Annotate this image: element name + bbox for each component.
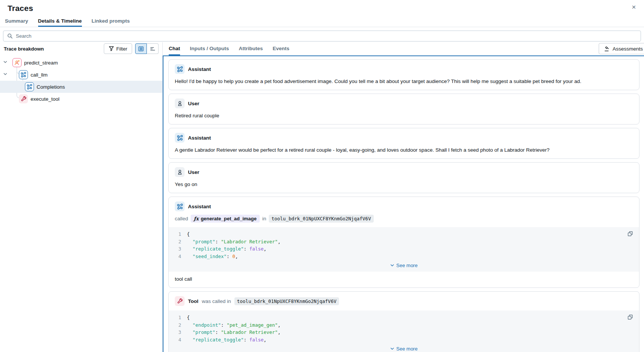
message-text: A gentle Labrador Retriever would be per… (169, 143, 639, 158)
role-label: User (188, 169, 199, 175)
assessments-label: Assessments (613, 46, 643, 52)
tab-inputs-outputs[interactable]: Inputs / Outputs (190, 42, 229, 55)
chat-message-tool: Tool was called in toolu_bdrk_01NpUXCF8Y… (168, 291, 639, 352)
tree-item-label: call_llm (31, 72, 48, 78)
tree-item-label: Completions (37, 84, 65, 90)
tab-attributes[interactable]: Attributes (239, 42, 263, 55)
wrench-icon (175, 296, 185, 306)
chat-message-user: User Retired rural couple (168, 94, 639, 125)
role-label: Assistant (188, 66, 211, 72)
content-tab-bar: Chat Inputs / Outputs Attributes Events … (163, 42, 644, 55)
filter-button[interactable]: Filter (104, 43, 132, 54)
search-input[interactable] (16, 33, 637, 39)
see-more-link[interactable]: See more (169, 343, 639, 352)
assistant-model-icon (175, 64, 185, 74)
close-icon[interactable]: × (629, 2, 639, 12)
role-label: Tool (188, 298, 199, 304)
chat-message-assistant-tool-call: Assistant called ƒx generate_pet_ad_imag… (168, 197, 639, 288)
tool-call-id-badge: toolu_bdrk_01NpUXCF8YKnmGo2NjqafV6V (269, 215, 373, 223)
called-label: called (175, 216, 188, 221)
search-row (3, 31, 641, 42)
message-text: Hello! I'd be happy to help you create a… (169, 74, 639, 90)
tab-chat[interactable]: Chat (169, 42, 180, 55)
search-icon (7, 33, 13, 39)
code-line: 3 "prompt": "Labrador Retriever", (169, 329, 639, 336)
chat-message-assistant: Assistant A gentle Labrador Retriever wo… (168, 128, 639, 159)
user-icon (175, 98, 185, 108)
code-line: 2 "prompt": "Labrador Retriever", (169, 238, 639, 246)
tab-details-timeline[interactable]: Details & Timeline (38, 16, 82, 27)
tree-item-call-llm[interactable]: call_llm (0, 69, 162, 81)
model-icon (19, 70, 28, 79)
role-label: Assistant (188, 204, 211, 209)
role-label: User (188, 101, 199, 106)
filter-label: Filter (116, 46, 127, 52)
tree-view-toggle[interactable] (135, 43, 147, 54)
see-more-link[interactable]: See more (169, 260, 639, 269)
code-line: 4 "replicate_toggle": false, (169, 336, 639, 344)
function-name-badge: ƒx generate_pet_ad_image (191, 215, 259, 223)
tool-call-id-badge: toolu_bdrk_01NpUXCF8YKnmGo2NjqafV6V (234, 297, 339, 305)
see-more-label: See more (396, 346, 418, 352)
tool-result-code: 1{2 "endpoint": "pet_ad_image_gen",3 "pr… (169, 310, 639, 352)
in-label: in (262, 216, 267, 221)
wrench-icon (19, 94, 28, 103)
role-label: Assistant (188, 135, 211, 141)
code-line: 1{ (169, 231, 639, 238)
message-text: tool call (169, 272, 639, 287)
chevron-down-icon[interactable] (3, 73, 7, 75)
funnel-icon (109, 46, 114, 51)
search-box[interactable] (3, 31, 641, 42)
timeline-view-toggle[interactable] (147, 43, 159, 54)
fx-icon: ƒx (194, 216, 199, 221)
model-icon (25, 82, 34, 91)
agent-icon (12, 58, 22, 67)
copy-icon[interactable] (627, 314, 634, 321)
code-line: 4 "seed_index": 0, (169, 253, 639, 260)
code-line: 2 "endpoint": "pet_ad_image_gen", (169, 321, 639, 329)
message-text: Yes go on (169, 177, 639, 193)
was-called-label: was called in (202, 298, 231, 304)
gavel-icon (604, 46, 610, 52)
copy-icon[interactable] (627, 230, 634, 237)
chat-messages-panel: Assistant Hello! I'd be happy to help yo… (163, 55, 644, 352)
chevron-down-icon (390, 264, 394, 267)
view-toggle-group (135, 43, 159, 54)
tree-item-completions[interactable]: Completions (0, 81, 162, 93)
assessments-button[interactable]: Assessments (599, 43, 644, 54)
tree-item-label: execute_tool (31, 96, 60, 102)
code-line: 1{ (169, 314, 639, 321)
chat-message-assistant: Assistant Hello! I'd be happy to help yo… (168, 59, 639, 90)
function-name: generate_pet_ad_image (201, 216, 257, 221)
trace-breakdown-title: Trace breakdown (4, 46, 104, 52)
tab-events[interactable]: Events (273, 42, 289, 55)
chevron-down-icon (390, 347, 394, 350)
trace-breakdown-panel: Trace breakdown Filter predict_ (0, 42, 163, 352)
span-detail-panel: Chat Inputs / Outputs Attributes Events … (163, 42, 644, 352)
chat-message-user: User Yes go on (168, 162, 639, 193)
window-header: Traces × (0, 0, 644, 16)
see-more-label: See more (396, 263, 418, 268)
tab-linked-prompts[interactable]: Linked prompts (92, 16, 130, 27)
tree-item-label: predict_stream (24, 60, 58, 66)
assistant-model-icon (175, 201, 185, 211)
tree-item-predict-stream[interactable]: predict_stream (0, 57, 162, 69)
assistant-model-icon (175, 133, 185, 143)
code-line: 3 "replicate_toggle": false, (169, 245, 639, 253)
top-tab-bar: Summary Details & Timeline Linked prompt… (0, 16, 644, 27)
tab-summary[interactable]: Summary (5, 16, 28, 27)
tool-call-args-code: 1{2 "prompt": "Labrador Retriever",3 "re… (169, 227, 639, 272)
trace-tree: predict_stream call_llm Completions exec… (0, 56, 162, 105)
page-title: Traces (8, 4, 636, 13)
gantt-icon (150, 46, 156, 52)
chevron-down-icon[interactable] (3, 61, 7, 63)
list-view-icon (138, 46, 144, 52)
tree-item-execute-tool[interactable]: execute_tool (0, 93, 162, 105)
user-icon (175, 167, 185, 177)
message-text: Retired rural couple (169, 108, 639, 124)
